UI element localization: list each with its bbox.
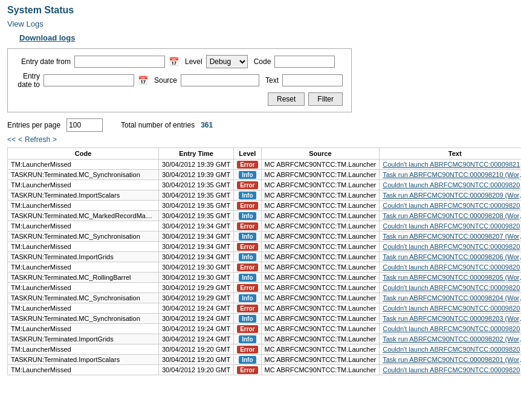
entry-date-to-input[interactable]	[44, 74, 134, 86]
level-badge-error: Error	[237, 181, 257, 189]
cell-text[interactable]: Couldn't launch ABRFCMC90NTCC:000098200 …	[380, 365, 521, 375]
level-badge-info: Info	[239, 315, 256, 323]
cell-source: MC ABRFCMC90NTCC:TM.Launcher	[261, 221, 380, 231]
entries-per-page-input[interactable]: 100	[66, 118, 103, 132]
cell-level: Info	[234, 314, 261, 324]
cell-text[interactable]: Couldn't launch ABRFCMC90NTCC:000098208 …	[380, 201, 521, 211]
col-header-source: Source	[261, 148, 380, 160]
table-row: TM:LauncherMissed 30/04/2012 19:20 GMT E…	[8, 365, 522, 375]
cell-text[interactable]: Task run ABRFCMC90NTCC:000098203 (Workfl…	[380, 314, 521, 324]
cell-level: Error	[234, 262, 261, 273]
table-row: TM:LauncherMissed 30/04/2012 19:34 GMT E…	[8, 242, 522, 252]
table-body: TM:LauncherMissed 30/04/2012 19:39 GMT E…	[8, 160, 522, 375]
cell-time: 30/04/2012 19:35 GMT	[159, 201, 234, 211]
cell-code: TM:LauncherMissed	[8, 344, 159, 355]
cell-text[interactable]: Couldn't launch ABRFCMC90NTCC:000098207 …	[380, 221, 521, 231]
cell-source: MC ABRFCMC90NTCC:TM.Launcher	[261, 211, 380, 221]
cell-time: 30/04/2012 19:24 GMT	[159, 303, 234, 314]
view-logs-link[interactable]: View Logs	[7, 19, 44, 28]
table-row: TM:LauncherMissed 30/04/2012 19:39 GMT E…	[8, 160, 522, 170]
cell-code: TM:LauncherMissed	[8, 160, 159, 170]
cell-text[interactable]: Couldn't launch ABRFCMC90NTCC:000098204 …	[380, 283, 521, 293]
pagination-first[interactable]: <<	[7, 135, 16, 144]
cell-text[interactable]: Task run ABRFCMC90NTCC:000098206 (Workfl…	[380, 252, 521, 262]
cell-time: 30/04/2012 19:20 GMT	[159, 365, 234, 375]
source-input[interactable]	[181, 74, 259, 86]
text-input[interactable]	[282, 74, 343, 86]
cell-code: TASKRUN:Terminated.ImportGrids	[8, 252, 159, 262]
cell-level: Error	[234, 180, 261, 190]
table-row: TASKRUN:Terminated.MC_Synchronisation 30…	[8, 231, 522, 242]
calendar-to-icon[interactable]: 📅	[138, 76, 148, 85]
reset-button[interactable]: Reset	[268, 92, 305, 106]
cell-code: TM:LauncherMissed	[8, 283, 159, 293]
cell-level: Error	[234, 160, 261, 170]
cell-text[interactable]: Couldn't launch ABRFCMC90NTCC:000098202 …	[380, 324, 521, 334]
pagination: << < Refresh >	[7, 135, 514, 144]
table-row: TM:LauncherMissed 30/04/2012 19:24 GMT E…	[8, 324, 522, 334]
log-table: Code Entry Time Level Source Text Type T…	[7, 147, 521, 375]
cell-text[interactable]: Couldn't launch ABRFCMC90NTCC:000098203 …	[380, 303, 521, 314]
cell-time: 30/04/2012 19:34 GMT	[159, 221, 234, 231]
cell-text[interactable]: Couldn't launch ABRFCMC90NTCC:000098201 …	[380, 344, 521, 355]
page-container: System Status View Logs Download logs En…	[0, 0, 521, 380]
cell-text[interactable]: Task run ABRFCMC90NTCC:000098210 (Workfl…	[380, 170, 521, 180]
code-input[interactable]	[274, 56, 335, 68]
level-badge-info: Info	[239, 233, 256, 241]
cell-level: Error	[234, 201, 261, 211]
cell-time: 30/04/2012 19:29 GMT	[159, 283, 234, 293]
cell-text[interactable]: Task run ABRFCMC90NTCC:000098208 (Workfl…	[380, 211, 521, 221]
level-badge-info: Info	[239, 356, 256, 364]
cell-text[interactable]: Couldn't launch ABRFCMC90NTCC:000098209 …	[380, 180, 521, 190]
cell-source: MC ABRFCMC90NTCC:TM.Launcher	[261, 334, 380, 344]
cell-source: MC ABRFCMC90NTCC:TM.Launcher	[261, 160, 380, 170]
calendar-from-icon[interactable]: 📅	[169, 57, 179, 66]
pagination-refresh[interactable]: Refresh	[25, 135, 50, 144]
cell-text[interactable]: Task run ABRFCMC90NTCC:000098204 (Workfl…	[380, 293, 521, 303]
table-row: TASKRUN:Terminated.MC_Synchronisation 30…	[8, 293, 522, 303]
cell-level: Info	[234, 231, 261, 242]
cell-level: Info	[234, 252, 261, 262]
table-row: TASKRUN:Terminated.MC_Synchronisation 30…	[8, 170, 522, 180]
cell-source: MC ABRFCMC90NTCC:TM.Launcher	[261, 303, 380, 314]
pagination-next[interactable]: >	[53, 135, 57, 144]
cell-text[interactable]: Task run ABRFCMC90NTCC:000098209 (Workfl…	[380, 190, 521, 201]
col-header-code: Code	[8, 148, 159, 160]
cell-text[interactable]: Task run ABRFCMC90NTCC:000098201 (Workfl…	[380, 355, 521, 365]
cell-text[interactable]: Couldn't launch ABRFCMC90NTCC:000098205 …	[380, 262, 521, 273]
cell-code: TASKRUN:Terminated.MC_Synchronisation	[8, 293, 159, 303]
pagination-prev[interactable]: <	[18, 135, 22, 144]
page-title: System Status	[7, 5, 514, 16]
level-badge-error: Error	[237, 346, 257, 354]
table-row: TM:LauncherMissed 30/04/2012 19:29 GMT E…	[8, 283, 522, 293]
level-select[interactable]: Debug Info Error Warning	[206, 55, 248, 68]
level-badge-info: Info	[239, 274, 256, 282]
level-badge-info: Info	[239, 294, 256, 302]
cell-source: MC ABRFCMC90NTCC:TM.Launcher	[261, 283, 380, 293]
cell-source: MC ABRFCMC90NTCC:TM.Launcher	[261, 201, 380, 211]
cell-source: MC ABRFCMC90NTCC:TM.Launcher	[261, 293, 380, 303]
cell-text[interactable]: Task run ABRFCMC90NTCC:000098202 (Workfl…	[380, 334, 521, 344]
cell-code: TM:LauncherMissed	[8, 365, 159, 375]
col-header-text: Text	[380, 148, 521, 160]
cell-time: 30/04/2012 19:29 GMT	[159, 293, 234, 303]
cell-text[interactable]: Couldn't launch ABRFCMC90NTCC:000098206 …	[380, 242, 521, 252]
filter-button[interactable]: Filter	[308, 92, 343, 106]
cell-time: 30/04/2012 19:35 GMT	[159, 211, 234, 221]
level-badge-info: Info	[239, 192, 256, 199]
cell-source: MC ABRFCMC90NTCC:TM.Launcher	[261, 273, 380, 283]
level-badge-info: Info	[239, 171, 256, 179]
cell-text[interactable]: Couldn't launch ABRFCMC90NTCC:000098210 …	[380, 160, 521, 170]
entries-per-page-label: Entries per page	[7, 121, 60, 129]
download-logs-link[interactable]: Download logs	[19, 33, 75, 42]
entry-date-from-input[interactable]	[74, 56, 165, 68]
cell-text[interactable]: Task run ABRFCMC90NTCC:000098207 (Workfl…	[380, 231, 521, 242]
cell-time: 30/04/2012 19:39 GMT	[159, 170, 234, 180]
cell-time: 30/04/2012 19:24 GMT	[159, 314, 234, 324]
cell-source: MC ABRFCMC90NTCC:TM.Launcher	[261, 324, 380, 334]
cell-time: 30/04/2012 19:34 GMT	[159, 252, 234, 262]
table-row: TM:LauncherMissed 30/04/2012 19:24 GMT E…	[8, 303, 522, 314]
entry-date-from-label: Entry date from	[16, 57, 71, 66]
col-header-time: Entry Time	[159, 148, 234, 160]
cell-text[interactable]: Task run ABRFCMC90NTCC:000098205 (Workfl…	[380, 273, 521, 283]
